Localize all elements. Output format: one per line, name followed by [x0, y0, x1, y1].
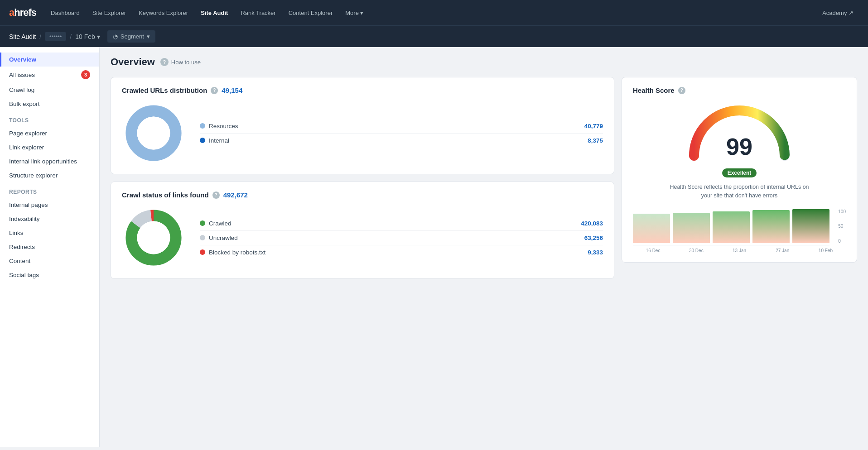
crawled-value[interactable]: 420,083 — [581, 220, 603, 227]
crawled-urls-chart-area: Resources 40,779 Internal 8,375 — [122, 101, 603, 165]
health-score-description: Health Score reflects the proportion of … — [667, 183, 812, 200]
crawl-status-title-text: Crawl status of links found — [122, 191, 209, 199]
breadcrumb-sep1: / — [39, 33, 41, 40]
help-circle-icon: ? — [160, 58, 169, 66]
sidebar-item-social-tags[interactable]: Social tags — [0, 268, 99, 282]
breadcrumb-project[interactable]: •••••• — [45, 32, 66, 41]
crawl-status-title: Crawl status of links found ? 492,672 — [122, 191, 603, 199]
uncrawled-dot — [200, 235, 205, 240]
bar-segment-0 — [633, 214, 670, 243]
sidebar-item-content[interactable]: Content — [0, 254, 99, 268]
redirects-label: Redirects — [9, 244, 35, 250]
breadcrumb-section[interactable]: Site Audit — [9, 33, 36, 40]
sidebar-item-structure-explorer[interactable]: Structure explorer — [0, 168, 99, 182]
svg-point-6 — [137, 221, 170, 254]
sidebar-all-issues-label: All issues — [9, 72, 35, 78]
sidebar-item-all-issues[interactable]: All issues 3 — [0, 67, 99, 83]
sidebar-item-page-explorer[interactable]: Page explorer — [0, 126, 99, 140]
sidebar-item-crawl-log[interactable]: Crawl log — [0, 83, 99, 97]
crawled-urls-donut-svg — [122, 101, 185, 165]
internal-link-opps-label: Internal link opportunities — [9, 158, 77, 165]
page-header: Overview ? How to use — [111, 56, 857, 68]
sidebar-item-link-explorer[interactable]: Link explorer — [0, 140, 99, 154]
how-to-use-button[interactable]: ? How to use — [160, 58, 201, 66]
nav-rank-tracker[interactable]: Rank Tracker — [235, 6, 281, 20]
health-score-title: Health Score ? — [633, 86, 685, 94]
nav-dashboard[interactable]: Dashboard — [45, 6, 85, 20]
top-nav: ahrefs Dashboard Site Explorer Keywords … — [0, 0, 868, 25]
date-selector[interactable]: 10 Feb ▾ — [75, 33, 100, 40]
legend-item-uncrawled: Uncrawled 63,256 — [200, 231, 603, 245]
sidebar-item-redirects[interactable]: Redirects — [0, 240, 99, 254]
health-gauge: 99 — [685, 101, 794, 165]
segment-button[interactable]: ◔ Segment ▾ — [107, 30, 155, 43]
sidebar-item-indexability[interactable]: Indexability — [0, 212, 99, 226]
bar-col-4 — [792, 209, 829, 243]
legend-item-resources: Resources 40,779 — [200, 119, 603, 134]
sidebar-overview-label: Overview — [9, 56, 36, 63]
resources-value[interactable]: 40,779 — [584, 123, 603, 129]
y-label-0: 0 — [838, 239, 846, 244]
sidebar-item-bulk-export[interactable]: Bulk export — [0, 97, 99, 111]
bar-col-2 — [713, 209, 750, 243]
bar-label-1: 30 Dec — [676, 248, 716, 253]
crawled-urls-total[interactable]: 49,154 — [222, 86, 242, 94]
breadcrumb-bar: Site Audit / •••••• / 10 Feb ▾ ◔ Segment… — [0, 25, 868, 47]
crawled-urls-help-icon[interactable]: ? — [211, 87, 218, 94]
svg-point-2 — [137, 117, 170, 150]
blocked-dot — [200, 249, 205, 255]
nav-content-explorer[interactable]: Content Explorer — [283, 6, 338, 20]
sidebar-item-internal-pages[interactable]: Internal pages — [0, 198, 99, 212]
bar-segment-1 — [673, 213, 710, 243]
segment-label: Segment — [121, 33, 144, 40]
nav-academy[interactable]: Academy ↗ — [817, 6, 859, 20]
page-title: Overview — [111, 56, 155, 68]
nav-keywords-explorer[interactable]: Keywords Explorer — [133, 6, 193, 20]
bar-label-2: 13 Jan — [719, 248, 759, 253]
structure-explorer-label: Structure explorer — [9, 172, 58, 179]
reports-section-label: Reports — [0, 182, 99, 198]
all-issues-badge: 3 — [81, 70, 90, 79]
resources-dot — [200, 123, 205, 129]
main-content: Overview ? How to use Crawled URLs distr… — [100, 47, 868, 447]
bar-x-labels: 16 Dec30 Dec13 Jan27 Jan10 Feb — [633, 248, 846, 253]
social-tags-label: Social tags — [9, 272, 39, 278]
logo[interactable]: ahrefs — [9, 7, 36, 19]
health-score-number: 99 — [726, 135, 752, 158]
sidebar-item-links[interactable]: Links — [0, 226, 99, 240]
crawl-status-card: Crawl status of links found ? 492,672 — [111, 182, 614, 279]
legend-item-blocked: Blocked by robots.txt 9,333 — [200, 245, 603, 259]
health-score-help-icon[interactable]: ? — [678, 87, 685, 94]
how-to-use-label: How to use — [171, 59, 201, 66]
crawl-status-chart-area: Crawled 420,083 Uncrawled 63,256 — [122, 206, 603, 269]
bar-segment-2 — [713, 211, 750, 243]
app-body: Overview All issues 3 Crawl log Bulk exp… — [0, 47, 868, 447]
bar-col-0 — [633, 209, 670, 243]
date-label: 10 Feb — [75, 33, 95, 40]
link-explorer-label: Link explorer — [9, 144, 44, 151]
bar-label-0: 16 Dec — [633, 248, 673, 253]
nav-more[interactable]: More ▾ — [340, 6, 369, 20]
sidebar-item-overview[interactable]: Overview — [0, 53, 99, 67]
sidebar-item-internal-link-opportunities[interactable]: Internal link opportunities — [0, 154, 99, 168]
y-label-100: 100 — [838, 209, 846, 214]
crawl-status-help-icon[interactable]: ? — [212, 191, 220, 199]
crawl-status-total[interactable]: 492,672 — [223, 191, 248, 199]
uncrawled-value[interactable]: 63,256 — [584, 235, 603, 241]
blocked-value[interactable]: 9,333 — [588, 249, 603, 256]
internal-pages-label: Internal pages — [9, 201, 48, 208]
internal-label: Internal — [209, 137, 229, 144]
health-score-card: Health Score ? — [622, 77, 857, 263]
crawled-urls-legend: Resources 40,779 Internal 8,375 — [200, 119, 603, 148]
chevron-down-icon: ▾ — [97, 33, 100, 40]
nav-site-explorer[interactable]: Site Explorer — [87, 6, 131, 20]
health-score-title-text: Health Score — [633, 86, 675, 94]
crawled-urls-title-text: Crawled URLs distribution — [122, 86, 207, 94]
links-label: Links — [9, 230, 24, 236]
resources-label: Resources — [209, 123, 238, 129]
internal-value[interactable]: 8,375 — [588, 137, 603, 144]
crawl-status-legend: Crawled 420,083 Uncrawled 63,256 — [200, 216, 603, 259]
nav-site-audit[interactable]: Site Audit — [195, 6, 233, 20]
breadcrumb-sep2: / — [70, 33, 72, 40]
indexability-label: Indexability — [9, 215, 40, 222]
